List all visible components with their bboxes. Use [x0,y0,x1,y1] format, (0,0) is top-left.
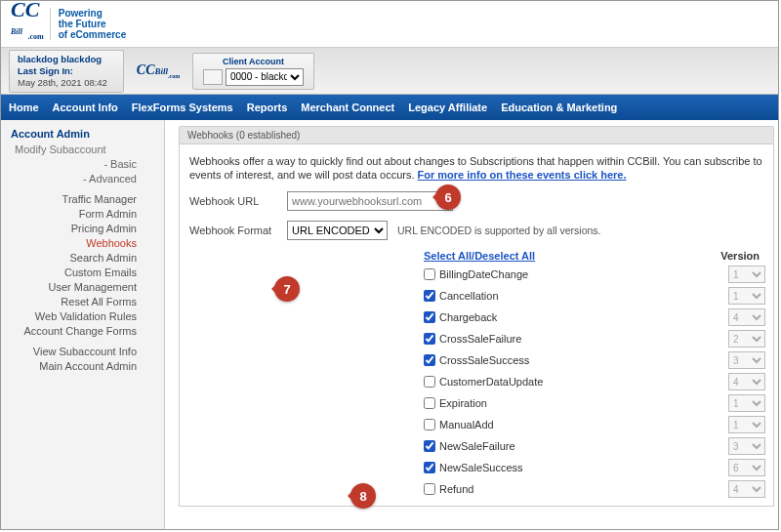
sidebar-item-view-subaccount-info[interactable]: View Subaccount Info [1,344,164,358]
sidebar-item-webhooks[interactable]: Webhooks [1,235,164,250]
event-version-select[interactable]: 3 [728,351,765,369]
sidebar-item-advanced[interactable]: - Advanced [1,171,164,185]
client-account-dropdown[interactable]: 0000 - blackdog [226,68,304,86]
event-name: Refund [439,483,473,495]
event-label[interactable]: Cancellation [424,290,499,302]
event-checkbox[interactable] [424,462,435,473]
event-name: BillingDateChange [439,268,528,280]
event-label[interactable]: CrossSaleFailure [424,333,521,345]
event-name: NewSaleFailure [439,440,515,452]
webhook-format-label: Webhook Format [189,225,277,236]
event-row-customerdataupdate: CustomerDataUpdate4 [189,371,765,392]
event-checkbox[interactable] [424,397,435,409]
logo-dom: .com [28,33,44,42]
sidebar: Account Admin Modify Subaccount - Basic … [1,120,165,530]
sidebar-item-account-change-forms[interactable]: Account Change Forms [1,323,164,338]
event-row-chargeback: Chargeback4 [189,307,765,328]
event-checkbox[interactable] [424,290,435,302]
event-name: CrossSaleSuccess [439,354,529,366]
brand-logo: CC Bill .com Powering the Future of eCom… [11,1,126,46]
event-checkbox[interactable] [424,483,435,495]
user-info-box: blackdog blackdog Last Sign In: May 28th… [9,50,124,93]
event-label[interactable]: ManualAdd [424,419,494,430]
annotation-8: 8 [350,483,376,509]
event-version-select[interactable]: 4 [728,480,765,498]
event-checkbox[interactable] [424,268,435,280]
event-version-select[interactable]: 1 [728,416,765,433]
nav-account-info[interactable]: Account Info [53,102,118,113]
sidebar-item-reset-all-forms[interactable]: Reset All Forms [1,294,164,308]
event-row-newsalefailure: NewSaleFailure3 [189,435,765,457]
sidebar-item-main-account-admin[interactable]: Main Account Admin [1,358,164,373]
event-version-select[interactable]: 1 [728,287,765,305]
nav-education[interactable]: Education & Marketing [501,102,617,113]
event-version-select[interactable]: 4 [728,308,765,326]
event-version-select[interactable]: 2 [728,330,765,348]
client-account-selector[interactable]: Client Account 0000 - blackdog [192,53,314,90]
event-checkbox[interactable] [424,440,435,452]
sidebar-item-form-admin[interactable]: Form Admin [1,206,164,221]
event-name: Chargeback [439,311,497,323]
event-checkbox[interactable] [424,354,435,366]
sidebar-item-modify-subaccount[interactable]: Modify Subaccount [1,142,164,156]
webhook-format-note: URL ENCODED is supported by all versions… [397,225,601,236]
sidebar-item-pricing-admin[interactable]: Pricing Admin [1,221,164,235]
event-name: CrossSaleFailure [439,333,521,345]
user-name: blackdog blackdog [18,54,115,65]
event-version-select[interactable]: 4 [728,373,765,390]
event-row-crosssalesuccess: CrossSaleSuccess3 [189,349,765,371]
logo-tagline: Powering the Future of eCommerce [50,8,126,40]
sidebar-item-basic[interactable]: - Basic [1,156,164,171]
event-row-expiration: Expiration1 [189,392,765,414]
sidebar-item-traffic-manager[interactable]: Traffic Manager [1,191,164,206]
event-name: Expiration [439,397,487,409]
annotation-6: 6 [435,184,461,210]
event-checkbox[interactable] [424,419,435,430]
event-label[interactable]: Expiration [424,397,487,409]
nav-merchant-connect[interactable]: Merchant Connect [301,102,394,113]
nav-legacy-affiliate[interactable]: Legacy Affiliate [408,102,487,113]
sidebar-item-custom-emails[interactable]: Custom Emails [1,265,164,279]
event-list: BillingDateChange1Cancellation1Chargebac… [189,264,765,500]
client-account-label: Client Account [223,57,284,66]
client-account-prefix-input[interactable] [203,69,223,85]
event-checkbox[interactable] [424,376,435,388]
event-label[interactable]: Refund [424,483,473,495]
last-signin-label: Last Sign In: [18,65,115,77]
event-label[interactable]: CrossSaleSuccess [424,354,529,366]
event-label[interactable]: Chargeback [424,311,497,323]
event-version-select[interactable]: 3 [728,437,765,455]
small-logo: CCBill.com [134,62,183,79]
event-row-crosssalefailure: CrossSaleFailure2 [189,328,765,349]
nav-reports[interactable]: Reports [247,102,288,113]
sidebar-item-user-management[interactable]: User Management [1,279,164,294]
sidebar-item-search-admin[interactable]: Search Admin [1,250,164,265]
nav-flexforms[interactable]: FlexForms Systems [132,102,233,113]
event-name: CustomerDataUpdate [439,376,543,388]
event-label[interactable]: BillingDateChange [424,268,528,280]
sidebar-item-web-validation-rules[interactable]: Web Validation Rules [1,308,164,323]
logo-cc: CC [11,0,39,21]
logo-bill: Bill [11,27,22,36]
intro-text: Webhooks offer a way to quickly find out… [189,154,765,182]
event-label[interactable]: NewSaleSuccess [424,462,523,473]
select-all-link[interactable]: Select All/Deselect All [424,250,535,262]
event-label[interactable]: NewSaleFailure [424,440,515,452]
main-nav: Home Account Info FlexForms Systems Repo… [1,95,778,120]
event-row-manualadd: ManualAdd1 [189,414,765,435]
event-label[interactable]: CustomerDataUpdate [424,376,543,388]
sidebar-group-account-admin: Account Admin [1,126,164,142]
event-version-select[interactable]: 6 [728,459,765,476]
nav-home[interactable]: Home [9,102,39,113]
webhook-format-select[interactable]: URL ENCODED [287,221,388,240]
event-version-select[interactable]: 1 [728,266,765,283]
event-version-select[interactable]: 1 [728,394,765,412]
event-checkbox[interactable] [424,333,435,345]
version-header: Version [720,250,765,262]
event-row-newsalesuccess: NewSaleSuccess6 [189,457,765,478]
intro-link[interactable]: For more info on these events click here… [418,169,627,181]
webhook-url-label: Webhook URL [189,195,277,207]
event-name: Cancellation [439,290,499,302]
event-checkbox[interactable] [424,311,435,323]
event-name: NewSaleSuccess [439,462,523,473]
